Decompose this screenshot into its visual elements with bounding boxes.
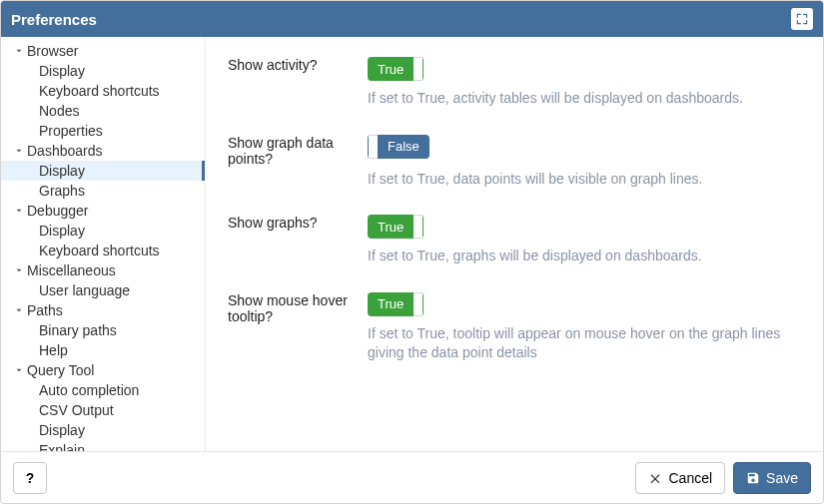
footer: ? Cancel Save xyxy=(1,451,823,503)
close-icon xyxy=(648,471,662,485)
tree-group-label: Paths xyxy=(27,302,63,318)
cancel-button[interactable]: Cancel xyxy=(635,462,725,494)
chevron-down-icon xyxy=(13,365,25,375)
save-button[interactable]: Save xyxy=(733,462,811,494)
setting-row: Show graph data points?FalseIf set to Tr… xyxy=(228,127,801,208)
tree-group-header[interactable]: Dashboards xyxy=(1,141,205,161)
tree-group: DebuggerDisplayKeyboard shortcuts xyxy=(1,201,205,260)
setting-label: Show graph data points? xyxy=(228,135,368,190)
tree-item[interactable]: Display xyxy=(1,61,205,81)
setting-description: If set to True, activity tables will be … xyxy=(368,89,801,109)
setting-label: Show mouse hover tooltip? xyxy=(228,292,368,363)
tree-group-label: Miscellaneous xyxy=(27,262,116,278)
tree-item[interactable]: Nodes xyxy=(1,101,205,121)
tree-item[interactable]: Auto completion xyxy=(1,380,205,400)
preferences-dialog: Preferences BrowserDisplayKeyboard short… xyxy=(0,0,824,504)
toggle-knob xyxy=(413,292,423,316)
dialog-title: Preferences xyxy=(11,11,97,28)
tree-item[interactable]: Display xyxy=(1,161,205,181)
tree-group-label: Dashboards xyxy=(27,143,103,159)
settings-panel: Show activity?TrueIf set to True, activi… xyxy=(206,37,823,451)
tree-group-header[interactable]: Miscellaneous xyxy=(1,260,205,280)
tree-item[interactable]: Graphs xyxy=(1,181,205,201)
tree-item[interactable]: Help xyxy=(1,340,205,360)
maximize-button[interactable] xyxy=(791,8,813,30)
setting-row: Show activity?TrueIf set to True, activi… xyxy=(228,49,801,127)
toggle-knob xyxy=(368,135,378,159)
setting-description: If set to True, graphs will be displayed… xyxy=(368,247,801,266)
tree-group-header[interactable]: Paths xyxy=(1,300,205,320)
tree-group: MiscellaneousUser language xyxy=(1,260,205,300)
setting-value-col: TrueIf set to True, tooltip will appear … xyxy=(368,292,801,363)
setting-row: Show graphs?TrueIf set to True, graphs w… xyxy=(228,207,801,284)
chevron-down-icon xyxy=(13,206,25,216)
tree-group-label: Query Tool xyxy=(27,362,94,378)
setting-value-col: TrueIf set to True, activity tables will… xyxy=(368,57,801,109)
save-label: Save xyxy=(766,470,798,486)
toggle-knob xyxy=(413,57,423,81)
toggle-text: True xyxy=(368,57,413,81)
tree-item[interactable]: Keyboard shortcuts xyxy=(1,241,205,260)
tree-group: PathsBinary pathsHelp xyxy=(1,300,205,360)
chevron-down-icon xyxy=(13,265,25,275)
tree-item[interactable]: Display xyxy=(1,420,205,440)
toggle-text: True xyxy=(368,292,413,316)
tree-group: Query ToolAuto completionCSV OutputDispl… xyxy=(1,360,205,451)
chevron-down-icon xyxy=(13,305,25,315)
setting-value-col: TrueIf set to True, graphs will be displ… xyxy=(368,215,801,266)
tree-item[interactable]: Binary paths xyxy=(1,320,205,340)
help-icon: ? xyxy=(26,470,35,486)
toggle-true[interactable]: True xyxy=(368,292,423,316)
dialog-body: BrowserDisplayKeyboard shortcutsNodesPro… xyxy=(1,37,823,451)
setting-description: If set to True, tooltip will appear on m… xyxy=(368,324,801,363)
setting-value-col: FalseIf set to True, data points will be… xyxy=(368,135,801,190)
tree-group-header[interactable]: Debugger xyxy=(1,201,205,221)
tree-item[interactable]: Properties xyxy=(1,121,205,141)
tree-group: BrowserDisplayKeyboard shortcutsNodesPro… xyxy=(1,41,205,141)
cancel-label: Cancel xyxy=(668,470,712,486)
sidebar-tree[interactable]: BrowserDisplayKeyboard shortcutsNodesPro… xyxy=(1,37,205,451)
tree-group-label: Browser xyxy=(27,43,78,59)
maximize-icon xyxy=(795,12,809,26)
toggle-knob xyxy=(413,215,423,239)
tree-item[interactable]: CSV Output xyxy=(1,400,205,420)
chevron-down-icon xyxy=(13,146,25,156)
tree-group: DashboardsDisplayGraphs xyxy=(1,141,205,201)
tree-item[interactable]: Display xyxy=(1,221,205,241)
toggle-text: True xyxy=(368,215,413,239)
tree-item[interactable]: User language xyxy=(1,280,205,300)
setting-description: If set to True, data points will be visi… xyxy=(368,170,801,190)
help-button[interactable]: ? xyxy=(13,462,47,494)
tree-item[interactable]: Explain xyxy=(1,440,205,451)
setting-label: Show activity? xyxy=(228,57,368,109)
tree-group-header[interactable]: Browser xyxy=(1,41,205,61)
setting-label: Show graphs? xyxy=(228,215,368,266)
setting-row: Show mouse hover tooltip?TrueIf set to T… xyxy=(228,284,801,381)
toggle-false[interactable]: False xyxy=(368,135,429,159)
save-icon xyxy=(746,471,760,485)
toggle-text: False xyxy=(378,135,429,159)
tree-group-header[interactable]: Query Tool xyxy=(1,360,205,380)
toggle-true[interactable]: True xyxy=(368,215,423,239)
tree-item[interactable]: Keyboard shortcuts xyxy=(1,81,205,101)
sidebar: BrowserDisplayKeyboard shortcutsNodesPro… xyxy=(1,37,206,451)
chevron-down-icon xyxy=(13,46,25,56)
tree-group-label: Debugger xyxy=(27,203,89,219)
titlebar: Preferences xyxy=(1,1,823,37)
toggle-true[interactable]: True xyxy=(368,57,423,81)
